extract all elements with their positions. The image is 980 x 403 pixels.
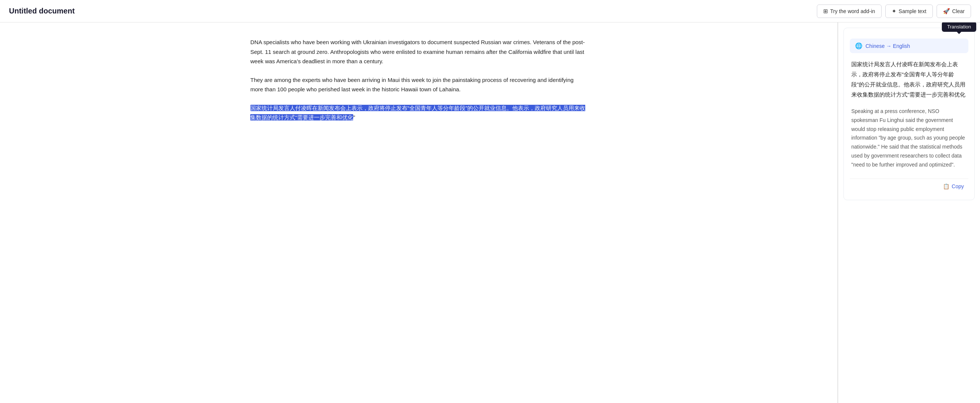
paragraph-1-text: DNA specialists who have been working wi… xyxy=(250,39,585,64)
paragraph-3: 国家统计局发言人付凌晖在新闻发布会上表示，政府将停止发布“全国青年人等分年龄段”… xyxy=(250,103,587,123)
arrow-separator: → xyxy=(886,43,891,49)
copy-label: Copy xyxy=(951,183,964,190)
english-translation-text: Speaking at a press conference, NSO spok… xyxy=(850,107,969,169)
translation-card: 🌐 Chinese → English 国家统计局发言人付凌晖在新闻发布会上表示… xyxy=(843,28,975,200)
copy-area: 📋 Copy xyxy=(850,178,969,194)
chinese-original-text: 国家统计局发言人付凌晖在新闻发布会上表示，政府将停止发布“全国青年人等分年龄段”… xyxy=(850,59,969,100)
source-language: Chinese xyxy=(865,43,885,49)
selected-chinese-text: 国家统计局发言人付凌晖在新闻发布会上表示，政府将停止发布“全国青年人等分年龄段”… xyxy=(250,105,585,121)
editor-area[interactable]: DNA specialists who have been working wi… xyxy=(0,22,838,403)
paragraph-2: They are among the experts who have been… xyxy=(250,75,587,94)
document-title: Untitled document xyxy=(9,7,75,15)
sample-text-label: Sample text xyxy=(899,8,926,14)
clear-label: Clear xyxy=(952,8,965,14)
translation-sidebar: Translation 🌐 Chinese → English 国家统计局发言人… xyxy=(838,22,980,403)
clear-button[interactable]: 🚀 Clear xyxy=(937,5,971,18)
globe-icon: 🌐 xyxy=(855,42,862,49)
language-direction: Chinese → English xyxy=(865,43,910,49)
header: Untitled document ⊞ Try the word add-in … xyxy=(0,0,980,22)
app-container: Untitled document ⊞ Try the word add-in … xyxy=(0,0,980,403)
target-language: English xyxy=(893,43,910,49)
main-layout: DNA specialists who have been working wi… xyxy=(0,22,980,403)
paragraph-3-text-after: ” xyxy=(353,114,355,121)
copy-icon: 📋 xyxy=(943,183,949,190)
star-icon: ✦ xyxy=(892,8,897,14)
editor-content: DNA specialists who have been working wi… xyxy=(250,37,587,123)
translation-tooltip-label: Translation xyxy=(947,24,971,30)
word-addon-label: Try the word add-in xyxy=(830,8,875,14)
header-actions: ⊞ Try the word add-in ✦ Sample text 🚀 Cl… xyxy=(817,5,971,18)
sample-text-button[interactable]: ✦ Sample text xyxy=(885,5,933,18)
paragraph-2-text: They are among the experts who have been… xyxy=(250,77,574,93)
copy-button[interactable]: 📋 Copy xyxy=(940,182,967,191)
language-bar[interactable]: 🌐 Chinese → English xyxy=(850,38,969,53)
word-addon-icon: ⊞ xyxy=(823,8,828,14)
rocket-icon: 🚀 xyxy=(943,8,950,14)
translation-tooltip: Translation xyxy=(942,22,976,32)
word-addon-button[interactable]: ⊞ Try the word add-in xyxy=(817,5,881,18)
paragraph-1: DNA specialists who have been working wi… xyxy=(250,37,587,66)
